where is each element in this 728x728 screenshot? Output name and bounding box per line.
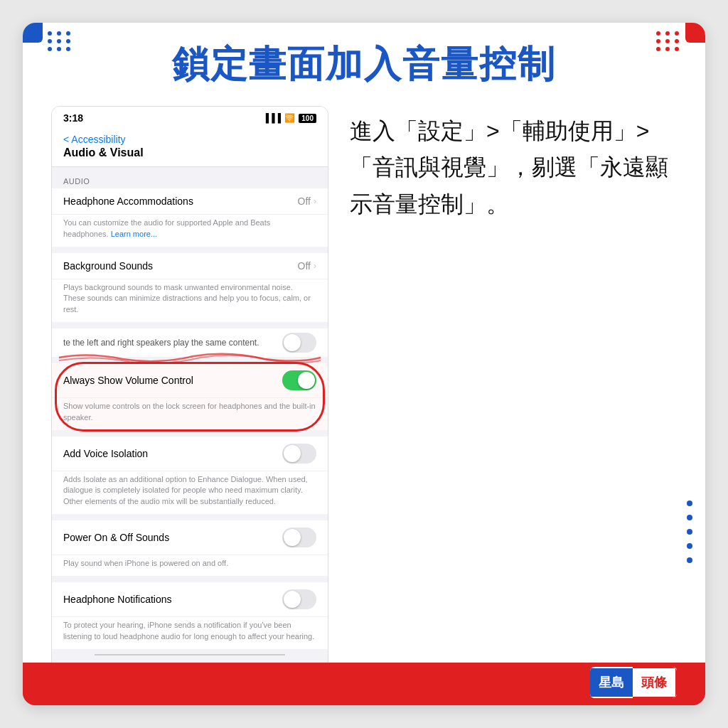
separator-4 — [52, 431, 328, 437]
separator-5 — [52, 515, 328, 520]
power-label: Power On & Off Sounds — [63, 532, 282, 543]
dot-group-top-left — [48, 31, 72, 51]
volume-desc: Show volume controls on the lock screen … — [52, 398, 328, 430]
chevron-icon: › — [314, 196, 316, 206]
status-icons: ▐▐▐ 🛜 100 — [263, 113, 316, 123]
separator — [52, 247, 328, 253]
corner-tl — [23, 23, 43, 43]
power-desc: Play sound when iPhone is powered on and… — [52, 555, 328, 576]
card: 鎖定畫面加入音量控制 3:18 ▐▐▐ 🛜 100 < Accessibilit… — [23, 23, 705, 705]
headphone-desc: You can customize the audio for supporte… — [52, 215, 328, 247]
brand-container: 星島 頭條 — [590, 667, 677, 698]
setting-row-bg-sounds[interactable]: Background Sounds Off › — [52, 253, 328, 279]
voice-desc: Adds Isolate as an additional option to … — [52, 471, 328, 514]
nav-back[interactable]: < Accessibility — [63, 134, 316, 145]
settings-group-voice: Add Voice Isolation Adds Isolate as an a… — [52, 437, 328, 514]
battery-icon: 100 — [299, 114, 316, 123]
section-audio-header: AUDIO — [52, 167, 328, 188]
title-bar: 鎖定畫面加入音量控制 — [23, 23, 705, 99]
nav-title: Audio & Visual — [63, 146, 316, 159]
headphone-notif-desc: To protect your hearing, iPhone sends a … — [52, 617, 328, 649]
phone-screenshot: 3:18 ▐▐▐ 🛜 100 < Accessibility Audio & V… — [51, 106, 328, 670]
settings-list: AUDIO Headphone Accommodations Off › You… — [52, 167, 328, 670]
headphone-notif-toggle[interactable] — [282, 589, 316, 609]
setting-row-headphone[interactable]: Headphone Accommodations Off › — [52, 188, 328, 215]
corner-tr — [685, 23, 705, 43]
volume-toggle[interactable] — [282, 370, 316, 390]
settings-group-power: Power On & Off Sounds Play sound when iP… — [52, 520, 328, 576]
nav-bar: < Accessibility Audio & Visual — [52, 129, 328, 167]
content-area: 3:18 ▐▐▐ 🛜 100 < Accessibility Audio & V… — [23, 99, 705, 685]
volume-label: Always Show Volume Control — [63, 375, 282, 386]
bg-sounds-desc: Plays background sounds to mask unwanted… — [52, 279, 328, 322]
bg-sounds-label: Background Sounds — [63, 260, 298, 272]
headphone-notif-toggle-knob — [284, 591, 301, 608]
separator-6 — [52, 577, 328, 582]
power-toggle-knob — [284, 529, 301, 546]
bg-sounds-value: Off — [298, 260, 311, 272]
mono-label: te the left and right speakers play the … — [63, 338, 282, 348]
signal-icon: ▐▐▐ — [263, 113, 282, 123]
toggle-knob — [284, 334, 301, 351]
voice-toggle-knob — [284, 445, 301, 462]
page-title: 鎖定畫面加入音量控制 — [51, 44, 677, 85]
separator-3 — [52, 358, 328, 363]
separator-2 — [52, 323, 328, 328]
description-text: 進入「設定」>「輔助使用」>「音訊與視覺」，剔選「永遠顯示音量控制」。 — [350, 106, 677, 223]
chevron-icon-2: › — [314, 261, 316, 271]
setting-row-mono[interactable]: te the left and right speakers play the … — [52, 328, 328, 357]
learn-more-link[interactable]: Learn more... — [111, 230, 157, 238]
settings-group-bg-sounds: Background Sounds Off › Plays background… — [52, 253, 328, 322]
settings-group-headphone: Headphone Accommodations Off › You can c… — [52, 188, 328, 247]
voice-toggle[interactable] — [282, 444, 316, 464]
settings-group-mono: te the left and right speakers play the … — [52, 328, 328, 357]
brand-part2: 頭條 — [633, 667, 677, 698]
setting-row-volume[interactable]: Always Show Volume Control — [52, 363, 328, 398]
setting-row-headphone-notif[interactable]: Headphone Notifications — [52, 582, 328, 617]
headphone-label: Headphone Accommodations — [63, 196, 298, 207]
settings-group-headphone-notif: Headphone Notifications To protect your … — [52, 582, 328, 649]
mono-toggle[interactable] — [282, 333, 316, 353]
brand-part1: 星島 — [590, 668, 633, 697]
wifi-icon: 🛜 — [284, 113, 295, 123]
status-bar: 3:18 ▐▐▐ 🛜 100 — [52, 107, 328, 129]
status-time: 3:18 — [63, 112, 83, 124]
headphone-value: Off — [298, 196, 311, 207]
setting-row-power[interactable]: Power On & Off Sounds — [52, 520, 328, 555]
setting-row-voice[interactable]: Add Voice Isolation — [52, 437, 328, 471]
voice-label: Add Voice Isolation — [63, 448, 282, 459]
volume-toggle-knob — [298, 372, 315, 389]
headphone-notif-label: Headphone Notifications — [63, 594, 282, 605]
settings-group-volume: Always Show Volume Control Show volume c… — [52, 363, 328, 430]
dot-group-top-right — [656, 31, 680, 51]
dot-group-right — [687, 500, 692, 563]
power-toggle[interactable] — [282, 528, 316, 547]
